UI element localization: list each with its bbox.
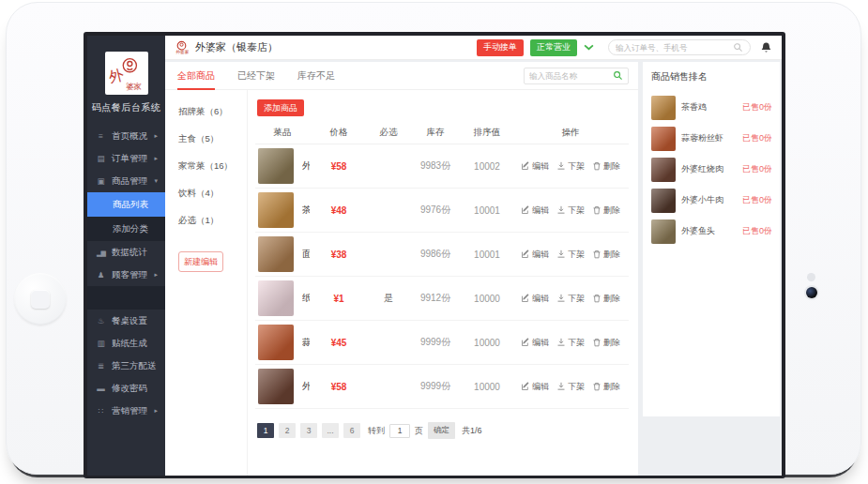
edit-icon <box>521 205 530 215</box>
delete-button[interactable]: 删除 <box>592 337 620 349</box>
off-shelf-button[interactable]: 下架 <box>556 160 585 173</box>
delete-button[interactable]: 删除 <box>592 381 620 393</box>
order-search-input[interactable] <box>616 43 733 53</box>
home-button[interactable] <box>14 273 67 325</box>
goto-page-input[interactable] <box>389 424 410 438</box>
notification-bell-icon[interactable] <box>760 41 772 53</box>
ranking-title: 商品销售排名 <box>651 70 772 83</box>
add-product-button[interactable]: 添加商品 <box>257 99 304 116</box>
off-shelf-icon <box>556 294 566 303</box>
category-item[interactable]: 饮料（4） <box>178 188 247 200</box>
dish-sort-value: 10000 <box>462 382 512 392</box>
svg-text:外婆家: 外婆家 <box>175 49 189 54</box>
sticker-icon <box>96 340 106 348</box>
page-button[interactable]: 1 <box>257 423 274 438</box>
delete-button[interactable]: 删除 <box>592 293 620 305</box>
manual-order-button[interactable]: 手动接单 <box>477 39 524 56</box>
category-item[interactable]: 招牌菜（6） <box>178 106 247 118</box>
sidebar-item-label: 商品管理 <box>112 175 147 188</box>
delete-button[interactable]: 删除 <box>592 249 620 261</box>
goods-tab[interactable]: 库存不足 <box>297 62 335 90</box>
sidebar-menu-item[interactable]: 数据统计 <box>87 241 165 264</box>
off-shelf-button[interactable]: 下架 <box>556 293 585 305</box>
business-status-button[interactable]: 正常营业 <box>530 39 577 56</box>
goods-search-input[interactable] <box>529 71 613 81</box>
delete-button[interactable]: 删除 <box>592 204 620 217</box>
ranking-dish-name: 外婆小牛肉 <box>681 194 737 206</box>
sidebar: 外 婆家 码点餐后台系统 首页概况 订单管理 <box>87 36 165 476</box>
ranking-dish-name: 外婆鱼头 <box>681 225 737 237</box>
sidebar-menu-item[interactable]: 贴纸生成 <box>87 332 165 355</box>
goods-tab[interactable]: 全部商品 <box>177 62 215 90</box>
trash-icon <box>592 382 602 391</box>
sidebar-menu-item[interactable] <box>87 286 165 310</box>
off-shelf-button[interactable]: 下架 <box>556 204 585 217</box>
page-button[interactable]: ... <box>322 423 339 438</box>
page-button[interactable]: 2 <box>279 423 296 438</box>
sidebar-menu-item[interactable]: 营销管理 <box>87 400 165 422</box>
ranking-sold-badge: 已售0份 <box>742 225 772 237</box>
dish-photo <box>258 236 294 272</box>
goods-search-icon[interactable] <box>613 70 623 81</box>
edit-button[interactable]: 编辑 <box>521 160 549 173</box>
delete-button[interactable]: 删除 <box>592 160 620 173</box>
topbar: 外婆家 外婆家（银泰店） 手动接单 正常营业 <box>165 36 782 60</box>
edit-button[interactable]: 编辑 <box>521 293 549 305</box>
ranking-dish-name: 蒜蓉粉丝虾 <box>681 132 737 144</box>
pagination: 1 2 3 ... 6 <box>257 422 629 439</box>
trash-icon <box>592 205 602 215</box>
goods-search <box>524 68 629 84</box>
new-edit-button[interactable]: 新建编辑 <box>178 251 223 272</box>
goods-tab[interactable]: 已经下架 <box>237 62 275 90</box>
sidebar-menu-item[interactable]: 商品管理 <box>87 170 165 192</box>
category-item[interactable]: 主食（5） <box>178 133 247 145</box>
sidebar-menu-item[interactable]: 商品列表 <box>87 192 165 217</box>
dish-price: ¥45 <box>310 338 368 348</box>
dish-stock: 9999份 <box>409 380 462 393</box>
search-icon[interactable] <box>733 42 743 53</box>
edit-icon <box>521 250 530 259</box>
dish-price: ¥48 <box>310 205 368 216</box>
edit-icon <box>521 294 530 303</box>
page-button[interactable]: 6 <box>343 423 360 438</box>
ranking-item: 外婆红烧肉 已售0份 <box>651 154 772 185</box>
order-search <box>608 39 751 55</box>
dish-stock: 9986份 <box>409 248 462 261</box>
edit-button[interactable]: 编辑 <box>521 249 549 261</box>
sidebar-menu-item[interactable]: 订单管理 <box>87 147 165 170</box>
edit-button[interactable]: 编辑 <box>521 204 549 217</box>
trash-icon <box>592 338 602 347</box>
store-name: 外婆家（银泰店） <box>195 40 278 54</box>
table-row: 外婆红烧肉 ¥58 9999份 10000 <box>255 365 629 409</box>
page-button[interactable]: 3 <box>300 423 317 438</box>
dish-sort-value: 10000 <box>462 294 512 304</box>
off-shelf-button[interactable]: 下架 <box>556 249 585 261</box>
edit-button[interactable]: 编辑 <box>521 337 549 349</box>
dish-sort-value: 10001 <box>462 205 512 216</box>
camera-icon <box>806 287 817 298</box>
edit-icon <box>521 338 530 347</box>
dish-photo <box>258 192 294 228</box>
sidebar-menu: 首页概况 订单管理 商品管理 <box>87 125 165 422</box>
sidebar-menu-item[interactable]: 餐桌设置 <box>87 310 165 332</box>
edit-button[interactable]: 编辑 <box>521 381 549 393</box>
sidebar-menu-item[interactable]: 首页概况 <box>87 125 165 147</box>
sidebar-menu-item[interactable]: 顾客管理 <box>87 264 165 286</box>
orders-icon <box>96 155 106 163</box>
goto-confirm-button[interactable]: 确定 <box>428 422 455 439</box>
edit-icon <box>521 161 530 171</box>
category-item[interactable]: 家常菜（16） <box>178 160 247 173</box>
sidebar-menu-item[interactable]: 添加分类 <box>87 217 165 241</box>
sidebar-menu-item[interactable]: 第三方配送 <box>87 355 165 377</box>
off-shelf-button[interactable]: 下架 <box>556 337 585 349</box>
sidebar-menu-item[interactable]: 修改密码 <box>87 377 165 400</box>
chevron-down-icon[interactable] <box>584 44 594 51</box>
category-item[interactable]: 必选（1） <box>178 215 247 227</box>
trash-icon <box>592 294 602 303</box>
dish-sort-value: 10001 <box>462 250 512 260</box>
off-shelf-icon <box>556 161 566 171</box>
off-shelf-icon <box>556 382 566 391</box>
page-total: 共1/6 <box>462 425 482 437</box>
off-shelf-button[interactable]: 下架 <box>556 381 585 393</box>
dish-name: 面包烧 <box>302 248 310 261</box>
